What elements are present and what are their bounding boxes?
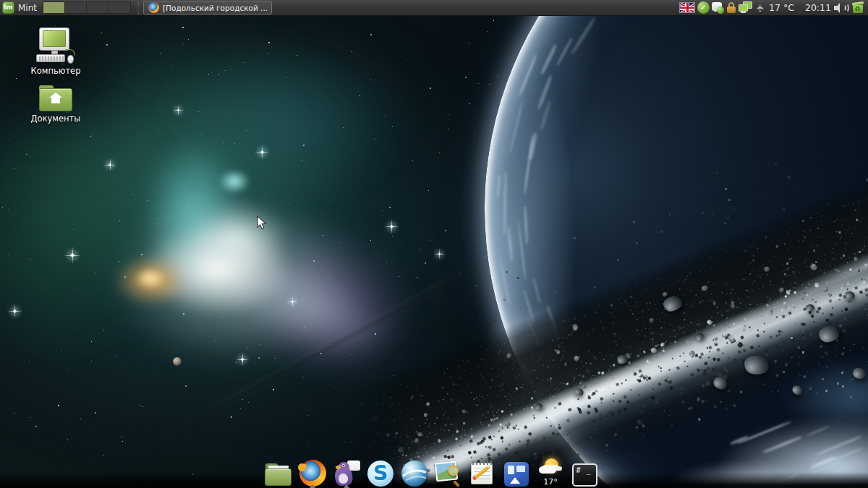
skype-icon: S <box>367 461 393 487</box>
dock-item-terminal[interactable]: # _ <box>571 463 598 487</box>
network-icon[interactable] <box>739 1 752 14</box>
clock[interactable]: 20:11 <box>805 2 831 13</box>
temperature-readout[interactable]: 17 °C <box>769 2 794 13</box>
wallpaper <box>0 0 868 488</box>
dock-item-window-picker[interactable] <box>503 462 530 487</box>
messenger-tray-icon[interactable] <box>712 2 724 14</box>
dock-item-text-editor[interactable] <box>469 461 496 487</box>
keyboard-layout-flag-icon[interactable] <box>679 2 695 13</box>
workspace-4[interactable] <box>109 2 130 13</box>
window-picker-icon <box>504 462 529 487</box>
cloud-icon <box>539 466 556 474</box>
dock-item-firefox[interactable] <box>299 460 326 487</box>
firefox-icon <box>299 460 326 487</box>
mint-menu-label: Mint <box>18 3 37 13</box>
small-moon <box>173 357 182 366</box>
google-earth-icon <box>401 461 427 487</box>
dock-item-screenshot[interactable] <box>435 461 462 487</box>
desktop-icon-label: Компьютер <box>31 66 81 76</box>
file-manager-icon <box>265 463 292 487</box>
workspace-2[interactable] <box>65 2 87 13</box>
workspace-1[interactable] <box>43 2 65 13</box>
workspace-switcher[interactable] <box>43 1 131 14</box>
panel-handle <box>137 2 140 14</box>
weather-temperature: 17° <box>537 477 563 487</box>
mouse-cursor <box>257 215 267 231</box>
update-manager-icon[interactable]: ✓ <box>697 1 710 14</box>
desktop-icon-computer[interactable]: Компьютер <box>25 27 87 76</box>
nebula-orange-hotspot <box>135 267 166 289</box>
airplane-icon[interactable]: ✈ <box>754 2 767 14</box>
dock-item-file-manager[interactable] <box>265 463 292 487</box>
running-indicator <box>344 484 349 488</box>
trash-applet-icon[interactable]: ♻ <box>852 1 865 14</box>
dock-item-weather[interactable]: 17° <box>537 458 564 487</box>
running-indicator <box>310 484 315 488</box>
documents-folder-icon <box>39 85 72 111</box>
dock-item-pidgin[interactable] <box>333 461 360 487</box>
window-list-button[interactable]: [Подольский городской ... <box>143 1 272 14</box>
screenshot-tool-icon <box>435 461 462 487</box>
computer-icon <box>33 27 78 64</box>
terminal-icon: # _ <box>572 463 597 487</box>
volume-icon[interactable] <box>834 2 848 14</box>
window-title: [Подольский городской ... <box>163 4 267 12</box>
nebula-cyan-knot <box>218 169 250 194</box>
desktop-icon-label: Документы <box>31 114 81 124</box>
weather-icon: 17° <box>537 458 563 487</box>
system-tray: ✓ ✈ 17 °C 20:11 ♻ <box>678 0 868 16</box>
desktop-icon-documents[interactable]: Документы <box>25 85 87 124</box>
firefox-favicon <box>148 2 159 13</box>
mint-logo-icon: lm <box>2 1 14 14</box>
text-editor-icon <box>469 461 495 487</box>
pidgin-icon <box>333 461 360 487</box>
dock-item-google-earth[interactable] <box>401 461 428 487</box>
workspace-3[interactable] <box>87 2 109 13</box>
desktop: Компьютер Документы S <box>0 0 868 488</box>
keyring-lock-icon[interactable] <box>726 2 736 14</box>
dock: S <box>265 453 598 487</box>
top-panel: lm Mint [Подольский городской ... ✓ ✈ 17… <box>0 0 868 16</box>
mint-menu-button[interactable]: lm Mint <box>0 0 41 16</box>
dock-item-skype[interactable]: S <box>367 461 394 487</box>
